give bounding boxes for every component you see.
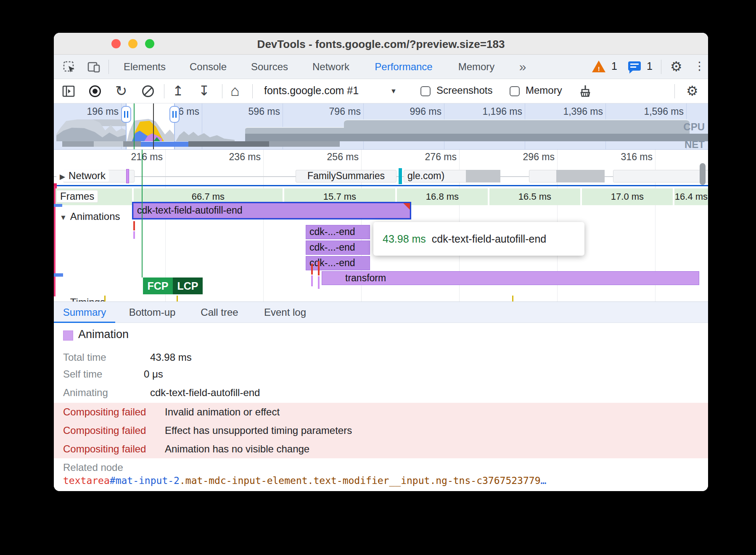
- session-selector[interactable]: fonts.google.com #1: [264, 85, 359, 97]
- performance-toolbar: ↻ ↥ ↧ ⌂ fonts.google.com #1 ▼ Screenshot…: [54, 79, 708, 103]
- session-caret-icon[interactable]: ▼: [390, 87, 397, 95]
- ruler-tick: 276 ms: [402, 151, 457, 163]
- kebab-menu-icon[interactable]: ⋮: [694, 59, 705, 73]
- record-button[interactable]: [89, 85, 101, 97]
- node-classes: .mat-mdc-input-element.text-modifier__in…: [180, 475, 541, 486]
- net-bar: [188, 141, 269, 147]
- download-profile-icon[interactable]: ↧: [198, 83, 210, 99]
- related-node-label: Related node: [63, 462, 123, 473]
- fcp-badge[interactable]: FCP: [143, 278, 173, 294]
- details-tab-bar: Summary Bottom-up Call tree Event log: [54, 301, 708, 323]
- clear-icon[interactable]: [142, 85, 154, 97]
- lcp-badge[interactable]: LCP: [173, 278, 203, 294]
- fcp-marker-line-overview: [134, 103, 135, 150]
- devtools-window: DevTools - fonts.google.com/?preview.siz…: [54, 33, 708, 491]
- network-cyan-tick: [399, 168, 402, 184]
- tab-performance[interactable]: Performance: [370, 55, 437, 79]
- animation-bar[interactable]: cdk-...-end: [306, 256, 370, 270]
- compositing-failure-row: Compositing failed Animation has no visi…: [54, 440, 708, 458]
- ruler-tick: 236 ms: [206, 151, 261, 163]
- vertical-scrollbar[interactable]: [700, 163, 706, 185]
- compositing-failure-row: Compositing failed Effect has unsupporte…: [54, 421, 708, 440]
- transform-animation-bar[interactable]: transform: [322, 271, 699, 285]
- animation-bar[interactable]: cdk-...-end: [306, 225, 370, 239]
- ruler-tick: 216 ms: [108, 151, 163, 163]
- lcp-marker-line-overview: [153, 103, 154, 150]
- more-tabs-icon[interactable]: »: [510, 55, 535, 79]
- animating-label: Animating: [63, 387, 108, 399]
- self-time-value: 0 μs: [144, 368, 163, 380]
- memory-checkbox[interactable]: [510, 86, 520, 96]
- upload-profile-icon[interactable]: ↥: [172, 83, 184, 99]
- settings-gear-icon[interactable]: ⚙: [670, 58, 682, 74]
- inspect-icon[interactable]: [63, 61, 76, 74]
- tab-sources[interactable]: Sources: [246, 55, 293, 79]
- tab-network[interactable]: Network: [308, 55, 354, 79]
- garbage-collect-icon[interactable]: [577, 84, 591, 98]
- animation-bar[interactable]: cdk-...-end: [306, 240, 370, 255]
- memory-label: Memory: [526, 85, 562, 96]
- timeline-flamechart[interactable]: 216 ms 236 ms 256 ms 276 ms 296 ms 316 m…: [54, 150, 708, 301]
- tab-memory[interactable]: Memory: [453, 55, 500, 79]
- total-time-label: Total time: [63, 352, 106, 363]
- network-track-label[interactable]: ▶Network: [56, 170, 109, 182]
- tab-call-tree[interactable]: Call tree: [198, 302, 241, 323]
- tab-bottom-up[interactable]: Bottom-up: [124, 302, 181, 323]
- overview-tick: 1,396 ms: [548, 106, 603, 117]
- selection-right-handle[interactable]: [169, 106, 180, 123]
- frame-cell[interactable]: 66.7 ms: [134, 188, 283, 205]
- related-node-link[interactable]: textarea#mat-input-2.mat-mdc-input-eleme…: [63, 475, 546, 486]
- tab-summary[interactable]: Summary: [54, 302, 115, 323]
- toolbar-divider-3: [252, 84, 253, 98]
- node-tag: textarea: [63, 475, 110, 486]
- issues-icon[interactable]: [628, 61, 641, 71]
- capture-settings-gear-icon[interactable]: ⚙: [686, 83, 698, 99]
- self-time-label: Self time: [63, 368, 102, 380]
- network-request-pill[interactable]: FamilySummaries: [296, 170, 397, 182]
- warning-exclaim: !: [598, 66, 600, 72]
- overview-tick: 196 ms: [64, 106, 119, 117]
- toolbar-divider-2: [222, 84, 222, 98]
- node-id: #mat-input-2: [110, 475, 180, 486]
- net-bar: [62, 141, 94, 147]
- overview-tick: 1,196 ms: [468, 106, 522, 117]
- frame-cell[interactable]: 16.5 ms: [489, 188, 580, 205]
- screenshots-checkbox[interactable]: [420, 86, 431, 96]
- tabbar-divider: [108, 60, 109, 74]
- tab-event-log[interactable]: Event log: [262, 302, 309, 323]
- overview-tick: 996 ms: [387, 106, 441, 117]
- animation-bar-selected[interactable]: cdk-text-field-autofill-end: [133, 203, 410, 218]
- fcp-marker-line: [142, 150, 143, 278]
- network-track-divider: [54, 185, 708, 186]
- screenshots-label: Screenshots: [436, 85, 492, 96]
- frame-cell[interactable]: 16.4 ms: [674, 188, 708, 205]
- overview-tick: 596 ms: [225, 106, 280, 117]
- net-bar: [123, 141, 141, 147]
- net-bar: [269, 141, 340, 147]
- devtools-tab-bar: Elements Console Sources Network Perform…: [54, 55, 708, 79]
- toggle-sidebar-icon[interactable]: [62, 85, 75, 98]
- selection-left-handle[interactable]: [121, 106, 131, 123]
- reload-record-icon[interactable]: ↻: [115, 82, 127, 99]
- overview-tick: 1,596 ms: [629, 106, 684, 117]
- timings-track-label[interactable]: ▼Timings: [56, 296, 108, 301]
- tab-elements[interactable]: Elements: [119, 55, 170, 79]
- device-toolbar-icon[interactable]: [87, 61, 101, 74]
- tab-console[interactable]: Console: [185, 55, 231, 79]
- animations-track-label[interactable]: ▼Animations: [56, 211, 124, 222]
- frame-cell[interactable]: 16.8 ms: [397, 188, 488, 205]
- frame-cell[interactable]: 17.0 ms: [582, 188, 673, 205]
- timeline-overview[interactable]: 196 ms 396 ms 596 ms 796 ms 996 ms 1,196…: [54, 103, 708, 150]
- summary-pane: Animation Total time 43.98 ms Self time …: [54, 323, 708, 491]
- net-lane-label: NET: [685, 139, 705, 150]
- summary-title: Animation: [78, 328, 129, 341]
- toolbar-divider-1: [164, 84, 164, 98]
- frame-cell[interactable]: 15.7 ms: [284, 188, 395, 205]
- title-bar: DevTools - fonts.google.com/?preview.siz…: [54, 33, 708, 55]
- node-ellipsis: …: [540, 475, 546, 486]
- home-icon[interactable]: ⌂: [230, 82, 240, 100]
- frames-track-label[interactable]: Frames: [56, 190, 98, 203]
- tooltip-name: cdk-text-field-autofill-end: [432, 233, 546, 245]
- network-request-pill[interactable]: [613, 170, 708, 182]
- screen-background: DevTools - fonts.google.com/?preview.siz…: [0, 0, 756, 555]
